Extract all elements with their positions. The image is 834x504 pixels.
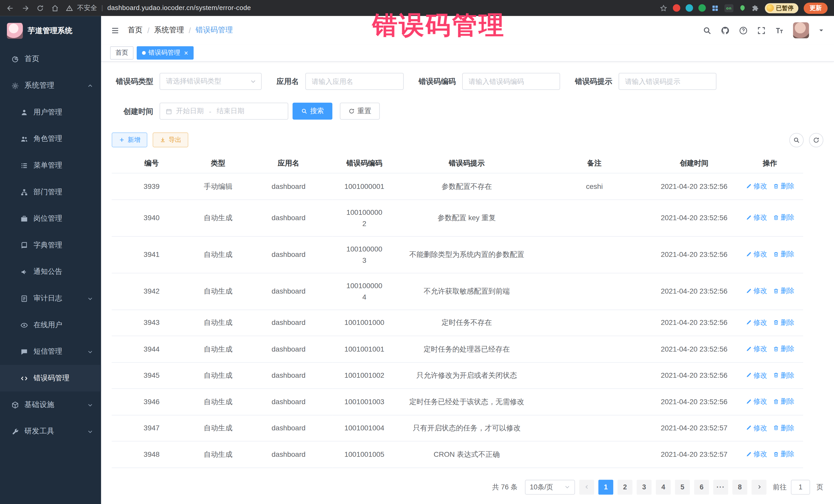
extensions-puzzle-icon[interactable]: [752, 4, 760, 12]
edit-link[interactable]: 修改: [745, 396, 767, 407]
reset-button[interactable]: 重置: [340, 103, 379, 119]
sidebar-item-错误码管理[interactable]: 错误码管理: [0, 365, 101, 392]
profile-emoji-icon: [767, 4, 774, 12]
tab-home[interactable]: 首页: [110, 46, 133, 60]
browser-update-button[interactable]: 更新: [804, 2, 828, 14]
logo[interactable]: 芋道管理系统: [0, 16, 101, 46]
sidebar-item-字典管理[interactable]: 字典管理: [0, 232, 101, 259]
extension-icon-leaf[interactable]: [739, 4, 746, 12]
paused-badge[interactable]: 已暂停: [765, 3, 798, 13]
page-button-6[interactable]: 6: [694, 480, 709, 495]
extension-icon-red[interactable]: [673, 4, 680, 12]
error-type-select[interactable]: 请选择错误码类型: [160, 73, 262, 90]
sidebar-item-通知公告[interactable]: 通知公告: [0, 258, 101, 285]
page-button-8[interactable]: 8: [732, 480, 747, 495]
address-bar[interactable]: 不安全 | dashboard.yudao.iocoder.cn/system/…: [66, 3, 251, 12]
export-button[interactable]: 导出: [153, 132, 188, 147]
close-tab-icon[interactable]: ×: [184, 49, 188, 57]
font-size-icon[interactable]: [775, 26, 784, 35]
sidebar-item-研发工具[interactable]: 研发工具: [0, 418, 101, 445]
cell-actions: 修改删除: [737, 363, 803, 389]
extension-icon-green[interactable]: [698, 4, 706, 12]
cell-code: 1001001003: [332, 389, 396, 415]
sidebar-item-菜单管理[interactable]: 菜单管理: [0, 152, 101, 179]
page-size-select[interactable]: 10条/页: [525, 480, 575, 495]
help-icon[interactable]: [739, 26, 748, 35]
sidebar-item-审计日志[interactable]: 审计日志: [0, 285, 101, 312]
toggle-search-button[interactable]: [789, 133, 804, 147]
browser-reload-icon[interactable]: [36, 4, 44, 12]
sidebar-item-短信管理[interactable]: 短信管理: [0, 338, 101, 365]
header-search-icon[interactable]: [703, 26, 711, 35]
edit-link[interactable]: 修改: [745, 248, 767, 260]
breadcrumb: 首页 / 系统管理 / 错误码管理: [128, 25, 233, 35]
sidebar-item-首页[interactable]: 首页: [0, 46, 101, 72]
delete-link[interactable]: 删除: [773, 180, 794, 192]
edit-link[interactable]: 修改: [745, 448, 767, 460]
error-hint-input[interactable]: [619, 73, 717, 90]
error-code-input[interactable]: [462, 73, 560, 90]
delete-link[interactable]: 删除: [773, 422, 794, 434]
delete-link[interactable]: 删除: [773, 285, 794, 297]
sidebar-item-在线用户[interactable]: 在线用户: [0, 312, 101, 338]
table-row: 3939手动编辑dashboard1001000001参数配置不存在ceshi2…: [112, 173, 803, 200]
cell-code: 1001001004: [332, 415, 396, 441]
delete-link[interactable]: 删除: [773, 317, 794, 328]
sidebar-item-岗位管理[interactable]: 岗位管理: [0, 205, 101, 232]
prev-page-button[interactable]: [579, 480, 594, 495]
breadcrumb-home[interactable]: 首页: [128, 25, 142, 35]
cell-id: 3946: [112, 389, 192, 415]
cell-app: dashboard: [245, 336, 332, 363]
browser-forward-icon[interactable]: [21, 4, 29, 12]
delete-link[interactable]: 删除: [773, 248, 794, 260]
goto-page-input[interactable]: [791, 480, 810, 495]
delete-link[interactable]: 删除: [773, 396, 794, 407]
delete-link[interactable]: 删除: [773, 448, 794, 460]
browser-home-icon[interactable]: [51, 4, 59, 12]
edit-link[interactable]: 修改: [745, 422, 767, 434]
extension-icon-teal[interactable]: [686, 4, 693, 12]
tab-error-code[interactable]: 错误码管理 ×: [137, 46, 194, 60]
avatar-caret-icon[interactable]: [818, 27, 825, 34]
breadcrumb-system[interactable]: 系统管理: [154, 25, 184, 35]
sidebar-item-角色管理[interactable]: 角色管理: [0, 126, 101, 152]
sidebar-item-系统管理[interactable]: 系统管理: [0, 72, 101, 99]
delete-link[interactable]: 删除: [773, 212, 794, 223]
cell-id: 3942: [112, 273, 192, 309]
delete-link[interactable]: 删除: [773, 369, 794, 380]
user-avatar[interactable]: [793, 22, 809, 38]
tab-label: 首页: [115, 48, 128, 58]
create-time-range-picker[interactable]: 开始日期 - 结束日期: [160, 103, 288, 119]
edit-link[interactable]: 修改: [745, 212, 767, 223]
extension-icon-on[interactable]: on: [724, 4, 733, 12]
extension-icon-grid[interactable]: [711, 4, 719, 12]
app-name-input[interactable]: [305, 73, 404, 90]
table-row: 3942自动生成dashboard100100000 4不允许获取敏感配置到前端…: [112, 273, 803, 309]
bookmark-star-icon[interactable]: [659, 4, 667, 12]
page-button-1[interactable]: 1: [598, 480, 613, 495]
page-button-3[interactable]: 3: [637, 480, 652, 495]
cell-id: 3941: [112, 236, 192, 273]
page-button-5[interactable]: 5: [675, 480, 690, 495]
more-pages-button[interactable]: ···: [713, 480, 728, 495]
page-button-2[interactable]: 2: [617, 480, 632, 495]
page-button-4[interactable]: 4: [656, 480, 671, 495]
add-button[interactable]: 新增: [112, 132, 147, 147]
edit-link[interactable]: 修改: [745, 180, 767, 192]
search-button[interactable]: 搜索: [292, 103, 332, 119]
refresh-table-button[interactable]: [809, 133, 824, 147]
sidebar-item-用户管理[interactable]: 用户管理: [0, 99, 101, 126]
delete-link[interactable]: 删除: [773, 343, 794, 354]
edit-link[interactable]: 修改: [745, 317, 767, 328]
collapse-sidebar-icon[interactable]: [111, 26, 119, 35]
browser-back-icon[interactable]: [6, 4, 14, 12]
github-icon[interactable]: [721, 26, 730, 35]
sidebar-item-部门管理[interactable]: 部门管理: [0, 179, 101, 205]
edit-link[interactable]: 修改: [745, 343, 767, 354]
sidebar-item-基础设施[interactable]: 基础设施: [0, 392, 101, 418]
fullscreen-icon[interactable]: [757, 26, 766, 35]
edit-link[interactable]: 修改: [745, 285, 767, 297]
next-page-button[interactable]: [752, 480, 767, 495]
sidebar-item-label: 错误码管理: [34, 373, 69, 383]
edit-link[interactable]: 修改: [745, 369, 767, 380]
